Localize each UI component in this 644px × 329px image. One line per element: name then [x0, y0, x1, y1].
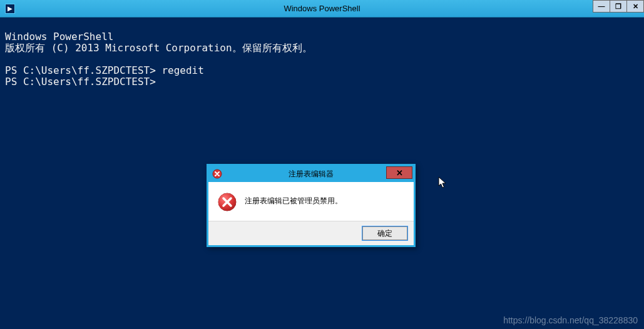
terminal-output[interactable]: Windows PowerShell 版权所有 (C) 2013 Microso…: [0, 18, 644, 90]
terminal-line: PS C:\Users\ff.SZPDCTEST> regedit: [5, 64, 204, 76]
terminal-line: PS C:\Users\ff.SZPDCTEST>: [5, 76, 156, 88]
close-button[interactable]: ✕: [626, 0, 644, 13]
terminal-line: Windows PowerShell: [5, 31, 113, 43]
dialog-body: 注册表编辑已被管理员禁用。: [208, 182, 414, 221]
error-icon: [217, 192, 237, 212]
ok-button[interactable]: 确定: [362, 226, 407, 240]
minimize-button[interactable]: —: [593, 0, 610, 13]
error-small-icon: [212, 169, 222, 179]
terminal-line: 版权所有 (C) 2013 Microsoft Corporation。保留所有…: [5, 42, 312, 54]
window-title: Windows PowerShell: [284, 4, 360, 13]
titlebar: ▶ Windows PowerShell — ❐ ✕: [0, 0, 644, 18]
error-dialog: 注册表编辑器 ✕ 注册表编辑已被管理员禁用。 确定: [207, 164, 416, 247]
window-controls: — ❐ ✕: [593, 0, 644, 13]
dialog-titlebar[interactable]: 注册表编辑器 ✕: [208, 166, 414, 182]
dialog-message: 注册表编辑已被管理员禁用。: [245, 192, 342, 206]
maximize-button[interactable]: ❐: [610, 0, 627, 13]
dialog-close-button[interactable]: ✕: [386, 166, 412, 179]
powershell-icon: ▶: [5, 4, 15, 14]
watermark: https://blog.csdn.net/qq_38228830: [503, 315, 638, 325]
dialog-title: 注册表编辑器: [289, 169, 334, 180]
mouse-cursor-icon: [438, 176, 448, 191]
dialog-footer: 确定: [208, 221, 414, 245]
